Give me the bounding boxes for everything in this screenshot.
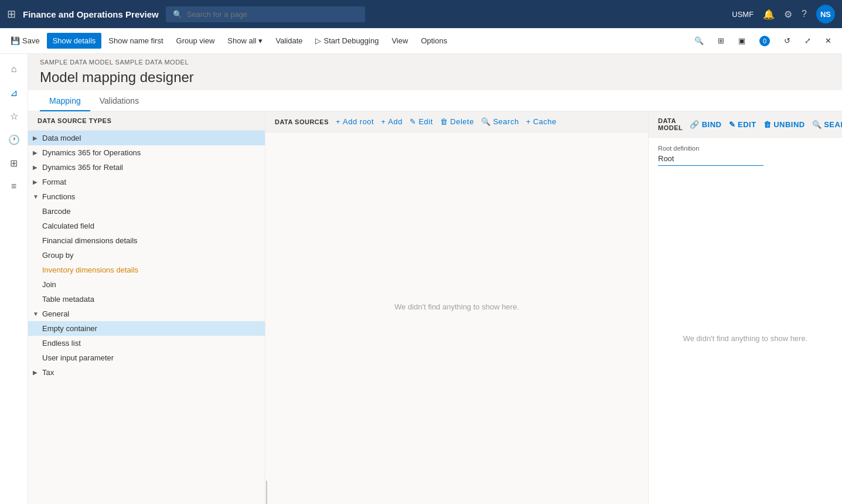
tree-item-join[interactable]: Join (28, 277, 265, 292)
tree-item-inventory-dimensions[interactable]: Inventory dimensions details (28, 263, 265, 277)
tree-item-financial-dimensions[interactable]: Financial dimensions details (28, 233, 265, 248)
main-layout: ⌂ ⊿ ☆ 🕐 ⊞ ≡ SAMPLE DATA MODEL SAMPLE DAT… (0, 54, 842, 504)
validate-button[interactable]: Validate (270, 33, 308, 49)
tab-mapping[interactable]: Mapping (40, 90, 90, 111)
page-title: Model mapping designer (28, 67, 842, 90)
tab-validations[interactable]: Validations (90, 90, 148, 111)
search-icon: 🔍 (173, 10, 182, 19)
edit-button[interactable]: ✎ Edit (410, 117, 433, 126)
notification-icon[interactable]: 🔔 (763, 9, 775, 20)
unbind-icon: 🗑 (763, 120, 772, 129)
start-debugging-button[interactable]: ▷ Start Debugging (309, 33, 384, 49)
global-search-bar[interactable]: 🔍 (166, 6, 365, 22)
top-navigation: ⊞ Finance and Operations Preview 🔍 USMF … (0, 0, 842, 28)
sidebar-icon-home[interactable]: ⌂ (4, 59, 25, 80)
group-view-button[interactable]: Group view (171, 33, 221, 49)
badge-button[interactable]: 0 (754, 32, 776, 50)
tree-item-barcode[interactable]: Barcode (28, 204, 265, 219)
dm-search-button[interactable]: 🔍 Search (812, 120, 842, 129)
add-root-button[interactable]: + Add root (336, 117, 374, 126)
app-title: Finance and Operations Preview (23, 9, 159, 19)
tree-item-empty-container[interactable]: Empty container (28, 321, 265, 336)
command-bar-right: 🔍 ⊞ ▣ 0 ↺ ⤢ ✕ (688, 32, 837, 50)
options-button[interactable]: Options (415, 33, 453, 49)
tree-item-data-model[interactable]: ▶ Data model (28, 131, 265, 145)
tree-item-endless-list[interactable]: Endless list (28, 336, 265, 350)
chevron-right-icon: ▶ (33, 135, 42, 141)
sidebar-icon-workspace[interactable]: ⊞ (4, 152, 25, 173)
data-model-panel: DATA MODEL 🔗 Bind ✎ Edit 🗑 Unbind 🔍 (649, 111, 842, 504)
sidebar-icon-filter[interactable]: ⊿ (4, 82, 25, 103)
tree-item-group-by[interactable]: Group by (28, 248, 265, 263)
cache-button[interactable]: + Cache (526, 117, 557, 126)
chevron-right-icon: ▶ (33, 179, 42, 185)
root-definition-value: Root (658, 154, 763, 166)
data-model-header: DATA MODEL 🔗 Bind ✎ Edit 🗑 Unbind 🔍 (649, 111, 842, 138)
close-button[interactable]: ✕ (819, 33, 837, 49)
data-sources-panel: DATA SOURCES + Add root + Add ✎ Edit 🗑 (265, 111, 649, 504)
sidebar-icon-favorites[interactable]: ☆ (4, 105, 25, 127)
plus-icon: + (336, 117, 340, 126)
root-definition-label: Root definition (658, 145, 833, 152)
left-sidebar: ⌂ ⊿ ☆ 🕐 ⊞ ≡ (0, 54, 28, 504)
tree-item-calculated-field[interactable]: Calculated field (28, 219, 265, 233)
panel-icon-button[interactable]: ▣ (732, 33, 751, 49)
view-button[interactable]: View (386, 33, 414, 49)
tree-container: ▶ Data model ▶ Dynamics 365 for Operatio… (28, 131, 265, 504)
edit-icon: ✎ (410, 117, 417, 126)
help-icon[interactable]: ? (802, 9, 807, 19)
chevron-down-icon: ▼ (33, 193, 42, 200)
tree-item-dynamics-retail[interactable]: ▶ Dynamics 365 for Retail (28, 160, 265, 175)
show-name-first-button[interactable]: Show name first (103, 33, 169, 49)
search-icon: 🔍 (481, 117, 491, 126)
tabs-bar: Mapping Validations (28, 90, 842, 111)
global-search-input[interactable] (187, 10, 358, 19)
save-icon: 💾 (11, 36, 20, 45)
delete-icon: 🗑 (440, 117, 448, 126)
nav-right: USMF 🔔 ⚙ ? NS (732, 5, 835, 23)
tree-item-dynamics-operations[interactable]: ▶ Dynamics 365 for Operations (28, 145, 265, 160)
plus-icon: + (381, 117, 386, 126)
tree-item-tax[interactable]: ▶ Tax (28, 365, 265, 380)
show-details-button[interactable]: Show details (47, 33, 102, 49)
data-sources-header: DATA SOURCES + Add root + Add ✎ Edit 🗑 (265, 111, 648, 132)
sidebar-icon-list[interactable]: ≡ (4, 176, 25, 197)
unbind-button[interactable]: 🗑 Unbind (763, 120, 805, 129)
data-model-body: Root definition Root (649, 138, 842, 173)
dm-edit-button[interactable]: ✎ Edit (729, 120, 756, 129)
resize-handle[interactable] (265, 481, 268, 504)
edit-icon: ✎ (729, 120, 736, 129)
search-icon-button[interactable]: 🔍 (688, 33, 710, 49)
chevron-down-icon: ▾ (258, 36, 263, 45)
save-button[interactable]: 💾 Save (5, 33, 46, 49)
command-bar: 💾 Save Show details Show name first Grou… (0, 28, 842, 54)
popout-button[interactable]: ⤢ (799, 33, 817, 49)
data-model-empty-message: We didn't find anything to show here. (649, 173, 842, 504)
tree-item-format[interactable]: ▶ Format (28, 175, 265, 189)
panels: DATA SOURCE TYPES ▶ Data model ▶ Dynamic… (28, 111, 842, 504)
tree-item-table-metadata[interactable]: Table metadata (28, 292, 265, 307)
show-all-button[interactable]: Show all ▾ (221, 33, 268, 49)
delete-button[interactable]: 🗑 Delete (440, 117, 474, 126)
tree-item-general[interactable]: ▼ General (28, 307, 265, 321)
grid-icon-button[interactable]: ⊞ (712, 33, 730, 49)
cache-icon: + (526, 117, 531, 126)
main-content: SAMPLE DATA MODEL SAMPLE DATA MODEL Mode… (28, 54, 842, 504)
waffle-icon[interactable]: ⊞ (7, 8, 16, 21)
search-button[interactable]: 🔍 Search (481, 117, 519, 126)
tree-item-functions[interactable]: ▼ Functions (28, 189, 265, 204)
bind-icon: 🔗 (690, 120, 700, 129)
debug-icon: ▷ (315, 36, 321, 45)
tree-item-user-input-parameter[interactable]: User input parameter (28, 350, 265, 365)
chevron-down-icon: ▼ (33, 311, 42, 317)
bind-button[interactable]: 🔗 Bind (690, 120, 721, 129)
search-icon: 🔍 (812, 120, 822, 129)
sidebar-icon-recent[interactable]: 🕐 (4, 129, 25, 150)
avatar[interactable]: NS (816, 5, 835, 23)
refresh-button[interactable]: ↺ (778, 33, 796, 49)
settings-icon[interactable]: ⚙ (784, 9, 792, 20)
add-button[interactable]: + Add (381, 117, 403, 126)
breadcrumb: SAMPLE DATA MODEL SAMPLE DATA MODEL (28, 54, 842, 67)
data-source-types-panel: DATA SOURCE TYPES ▶ Data model ▶ Dynamic… (28, 111, 265, 504)
company-code: USMF (732, 10, 754, 19)
